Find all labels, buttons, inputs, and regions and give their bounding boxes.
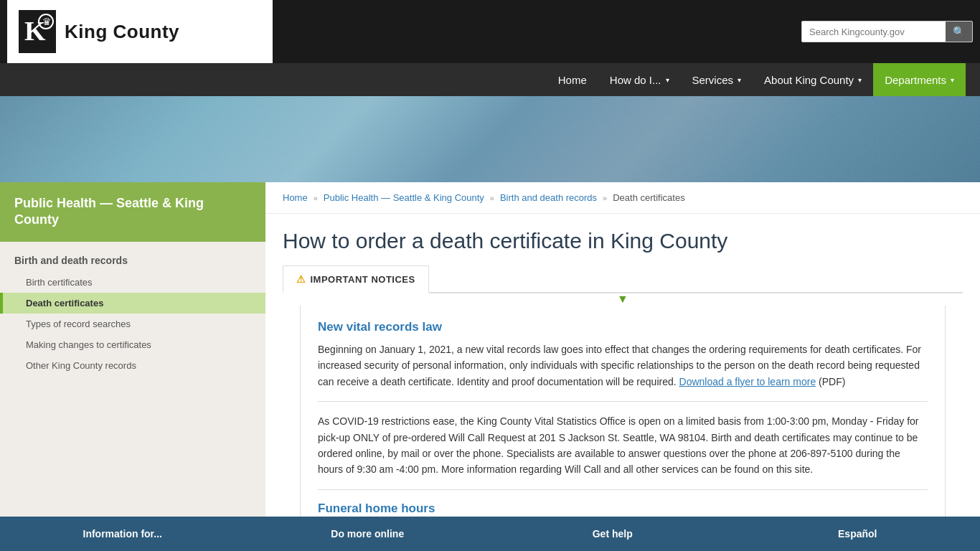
download-flyer-link[interactable]: Download a flyer to learn more [679,376,816,387]
sidebar-item-record-searches[interactable]: Types of record searches [0,314,265,334]
footer-do-more[interactable]: Do more online [245,518,491,550]
sidebar-item-birth-death-records[interactable]: Birth and death records [0,249,265,272]
main-layout: Public Health — Seattle & King County Bi… [0,182,980,551]
sidebar-item-death-certificates[interactable]: Death certificates [0,293,265,314]
nav-about[interactable]: About King County ▾ [753,63,873,96]
tab-arrow [283,293,963,306]
notice-heading-vital-records: New vital records law [318,320,928,334]
warning-icon: ⚠ [296,273,306,285]
notice-text-covid: As COVID-19 restrictions ease, the King … [318,413,928,478]
important-notices-tab[interactable]: ⚠ IMPORTANT NOTICES [283,265,429,293]
king-county-logo-icon: K ♛ [19,10,56,53]
sidebar-title: Public Health — Seattle & King County [0,182,265,242]
footer-bar: Information for... Do more online Get he… [0,517,980,551]
breadcrumb-public-health[interactable]: Public Health — Seattle & King County [324,192,484,203]
notice-text-vital-records: Beginning on January 1, 2021, a new vita… [318,342,928,390]
tab-container: ⚠ IMPORTANT NOTICES New vital records la… [265,265,980,551]
breadcrumb-sep: » [490,194,494,202]
nav-services[interactable]: Services ▾ [681,63,753,96]
search-button[interactable]: 🔍 [946,22,972,42]
sidebar-item-other-records[interactable]: Other King County records [0,355,265,376]
footer-espanol[interactable]: Español [735,518,981,550]
main-nav: Home How do I... ▾ Services ▾ About King… [0,63,980,96]
footer-info-for[interactable]: Information for... [0,518,245,550]
sidebar-item-changes[interactable]: Making changes to certificates [0,334,265,355]
footer-get-help[interactable]: Get help [490,518,735,550]
breadcrumb-current: Death certificates [613,192,684,203]
notices-content-box: New vital records law Beginning on Janua… [300,306,946,551]
breadcrumb: Home » Public Health — Seattle & King Co… [265,182,980,214]
tab-label: IMPORTANT NOTICES [311,274,415,285]
logo-text: King County [65,21,179,43]
svg-text:♛: ♛ [42,17,52,27]
logo-box: K ♛ King County [7,0,273,63]
breadcrumb-birth-death[interactable]: Birth and death records [500,192,597,203]
breadcrumb-sep: » [314,194,318,202]
sidebar: Public Health — Seattle & King County Bi… [0,182,265,551]
chevron-down-icon: ▾ [858,76,862,84]
chevron-down-icon: ▾ [666,76,669,84]
nav-departments[interactable]: Departments ▾ [873,63,966,96]
notice-covid-hours: As COVID-19 restrictions ease, the King … [318,413,928,490]
nav-how-do-i[interactable]: How do I... ▾ [598,63,681,96]
sidebar-nav: Birth and death records Birth certificat… [0,242,265,383]
search-input[interactable] [802,22,946,42]
nav-home[interactable]: Home [547,63,598,96]
header: K ♛ King County 🔍 [0,0,980,63]
hero-image [0,96,980,182]
search-box[interactable]: 🔍 [801,21,973,42]
content-area: Home » Public Health — Seattle & King Co… [265,182,980,551]
breadcrumb-home[interactable]: Home [283,192,308,203]
notice-vital-records: New vital records law Beginning on Janua… [318,320,928,402]
tab-bar: ⚠ IMPORTANT NOTICES [283,265,963,293]
page-title: How to order a death certificate in King… [265,214,980,265]
chevron-down-icon: ▾ [951,76,954,84]
sidebar-item-birth-certificates[interactable]: Birth certificates [0,272,265,293]
chevron-down-icon: ▾ [738,76,741,84]
breadcrumb-sep: » [603,194,607,202]
notice-heading-funeral: Funeral home hours [318,501,928,516]
